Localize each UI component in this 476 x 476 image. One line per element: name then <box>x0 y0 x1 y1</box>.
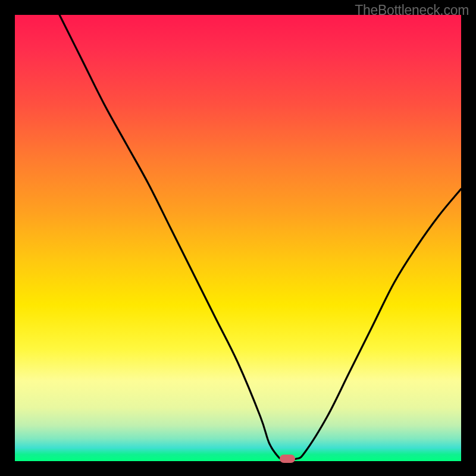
watermark-text: TheBottleneck.com <box>355 2 469 18</box>
bottleneck-curve-path <box>60 15 461 459</box>
plot-area <box>15 15 461 461</box>
curve-svg <box>15 15 461 461</box>
bottleneck-chart: TheBottleneck.com <box>0 0 476 476</box>
optimal-marker <box>280 455 295 463</box>
